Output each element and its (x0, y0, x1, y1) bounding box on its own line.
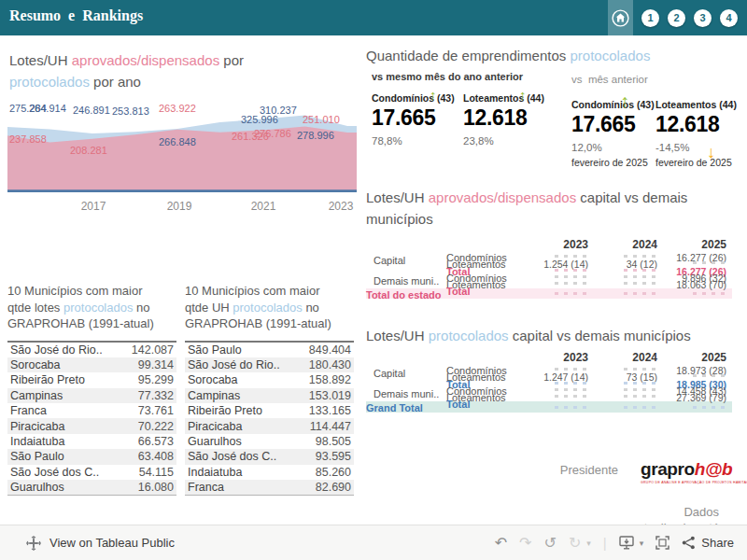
kpi-delta: -14,5% (655, 142, 741, 153)
table-row[interactable]: Indaiatuba85.260 (185, 465, 354, 480)
clipped-cell-mark (624, 292, 655, 295)
clipped-cell-mark (555, 388, 586, 391)
view-on-tableau-link[interactable]: View on Tableau Public (26, 525, 175, 560)
refresh-icon[interactable]: ↻ (569, 536, 581, 551)
redo-icon[interactable]: ↷ (519, 536, 531, 551)
kpi-delta: 78,8% (372, 135, 458, 147)
municipality-name: Sorocaba (10, 358, 61, 371)
kpi-card-loteamentos-vs-ano[interactable]: Loteamentos (44) ↑ 12.618 23,8% (463, 92, 549, 147)
municipality-value: 153.019 (309, 389, 351, 402)
table-row[interactable]: São Paulo63.408 (7, 449, 176, 464)
table-row[interactable]: Franca82.690 (185, 480, 354, 495)
ranking-lotes-body: São José do Rio..142.087 Sorocaba99.314 … (7, 341, 176, 497)
clipped-cell-mark (693, 292, 725, 295)
clipped-cell-mark (555, 275, 586, 278)
row-group-capital[interactable]: Capital (374, 256, 405, 266)
table-row[interactable]: São José dos C..54.115 (7, 465, 176, 480)
value-label: 263.922 (159, 103, 196, 114)
row-group-demais[interactable]: Demais muni.. (374, 389, 439, 399)
municipality-value: 82.690 (316, 481, 351, 494)
clipped-cell-mark (555, 406, 586, 409)
nav-page-4-button[interactable]: 4 (720, 9, 738, 27)
trend-up-icon: ↑ (430, 88, 437, 102)
municipality-value: 98.505 (316, 435, 351, 448)
table-row[interactable]: Piracicaba114.447 (185, 418, 354, 433)
trend-down-icon: ↓ (707, 144, 715, 161)
table2-title-part: Lotes/UH (366, 328, 429, 343)
rank-title-line: qtde lotes (7, 301, 63, 315)
table-row[interactable]: Sorocaba158.892 (185, 372, 354, 387)
graprohab-logo: graproh@b GRUPO DE ANÁLISE E APROVAÇÃO D… (641, 459, 743, 485)
download-icon[interactable] (619, 536, 634, 550)
row-total-estado[interactable]: Total do estado (366, 290, 441, 301)
municipality-name: Piracicaba (10, 420, 64, 433)
table-row[interactable]: Ribeirão Preto133.165 (185, 403, 354, 418)
table-row[interactable]: São José dos C..93.595 (185, 449, 354, 464)
reset-icon[interactable]: ↺ (544, 536, 557, 551)
header-bar: Resumo e Rankings 1 2 3 4 (0, 0, 747, 35)
kpi-date: fevereiro de 2025 (571, 157, 657, 168)
kpi-card-condominios-vs-ano[interactable]: Condomínios (43) ↑ 17.665 78,8% (372, 92, 458, 147)
refresh-caret-icon[interactable]: ▾ (586, 539, 591, 548)
share-button[interactable]: Share (682, 536, 734, 550)
table1-title-part: Lotes/UH (366, 189, 429, 205)
kpi-card-loteamentos-vs-mes[interactable]: Loteamentos (44) 12.618 -14,5% fevereiro… (655, 99, 741, 168)
municipality-value: 95.299 (138, 373, 174, 386)
municipality-name: Campinas (188, 389, 240, 402)
row-grand-total[interactable]: Grand Total (366, 403, 423, 413)
row-group-demais[interactable]: Demais muni.. (374, 276, 439, 287)
table-row[interactable]: Indaiatuba66.573 (7, 434, 176, 449)
rank-title-accent: protocolados (233, 301, 302, 315)
municipality-name: São José dos C.. (188, 450, 276, 463)
value-label: 266.848 (159, 136, 196, 147)
table-row[interactable]: Sorocaba99.314 (7, 357, 176, 372)
clipped-cell-mark (624, 388, 655, 391)
table-row[interactable]: Piracicaba70.222 (7, 418, 176, 433)
view-on-tableau-label: View on Tableau Public (49, 536, 175, 550)
table-row[interactable]: São José do Rio..180.430 (185, 357, 354, 372)
clipped-cell-mark (624, 368, 655, 371)
table-row[interactable]: Campinas153.019 (185, 388, 354, 403)
table-row[interactable]: Guarulhos16.080 (7, 480, 176, 495)
fullscreen-icon[interactable] (655, 536, 669, 550)
table1-title-part: municípios (366, 211, 433, 227)
municipality-name: São Paulo (10, 450, 64, 463)
rank-title-line: GRAPROHAB (1991-atual) (7, 316, 154, 330)
value-label: 208.281 (70, 145, 107, 156)
chart-title-part: Lotes/UH (9, 52, 72, 68)
kpi-value: 17.665 (571, 112, 657, 137)
nav-page-1-button[interactable]: 1 (641, 9, 659, 27)
municipality-value: 85.260 (316, 466, 351, 479)
x-tick: 2023 (322, 200, 359, 213)
table-row[interactable]: Guarulhos98.505 (185, 434, 354, 449)
municipality-name: São José dos C.. (10, 466, 99, 479)
undo-icon[interactable]: ↶ (495, 536, 507, 551)
table-row[interactable]: Campinas77.332 (7, 388, 176, 403)
nav-page-3-button[interactable]: 3 (694, 9, 712, 27)
download-caret-icon[interactable]: ▾ (640, 539, 644, 548)
municipality-value: 99.314 (138, 358, 174, 371)
nav-page-2-button[interactable]: 2 (668, 9, 685, 27)
table-row[interactable]: São José do Rio..142.087 (7, 343, 176, 357)
municipality-value: 70.222 (138, 420, 174, 433)
trend-up-icon: ↑ (620, 91, 629, 110)
table-row[interactable]: Ribeirão Preto95.299 (7, 372, 176, 387)
municipality-name: Guarulhos (188, 435, 242, 448)
table2-title-part: capital vs demais municípios (509, 328, 691, 343)
tableau-footer-bar: View on Tableau Public ↶ ↷ ↺ ↻ ▾ | ▾ (0, 525, 747, 560)
kpi-value: 17.665 (372, 105, 458, 131)
area-chart[interactable]: 275.284 264.914 246.891 253.813 263.922 … (7, 99, 357, 226)
kpi-card-condominios-vs-mes[interactable]: Condomínios (43) ↑ 17.665 12,0% fevereir… (571, 99, 657, 168)
rank-title-line: no (303, 301, 319, 315)
rank-title-line: 10 Municípios com maior (185, 284, 320, 298)
table-row[interactable]: Franca73.761 (7, 403, 176, 418)
home-button[interactable] (608, 0, 633, 35)
sub-row-label: Total (446, 399, 470, 410)
municipality-name: Indaiatuba (10, 435, 64, 448)
row-group-capital[interactable]: Capital (374, 369, 405, 379)
logo-text-black: grapro (641, 459, 695, 479)
clipped-cell-mark (555, 395, 586, 398)
value-label: 246.891 (73, 105, 110, 116)
kpi-title-part: Quantidade de emprendimentos (366, 48, 570, 63)
table-row[interactable]: São Paulo849.404 (185, 343, 354, 357)
